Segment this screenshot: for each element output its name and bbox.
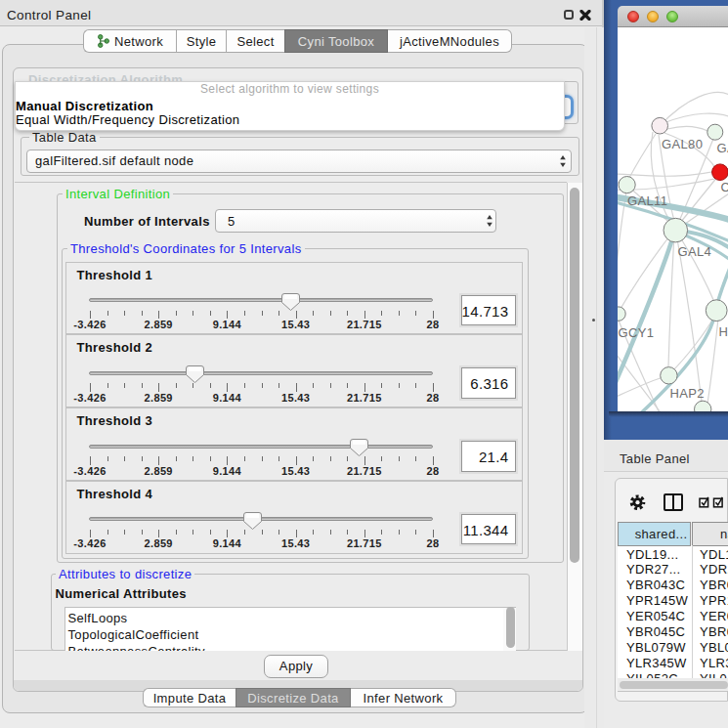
- svg-text:GAL4: GAL4: [678, 244, 712, 259]
- svg-text:GCY1: GCY1: [619, 325, 655, 340]
- svg-text:GAL3: GAL3: [717, 141, 728, 155]
- svg-text:HAP2: HAP2: [670, 386, 705, 401]
- svg-text:GAL80: GAL80: [662, 137, 703, 151]
- svg-text:HIS: HIS: [719, 324, 728, 339]
- svg-text:GAL11: GAL11: [627, 193, 667, 208]
- svg-text:CYC: CYC: [721, 180, 728, 194]
